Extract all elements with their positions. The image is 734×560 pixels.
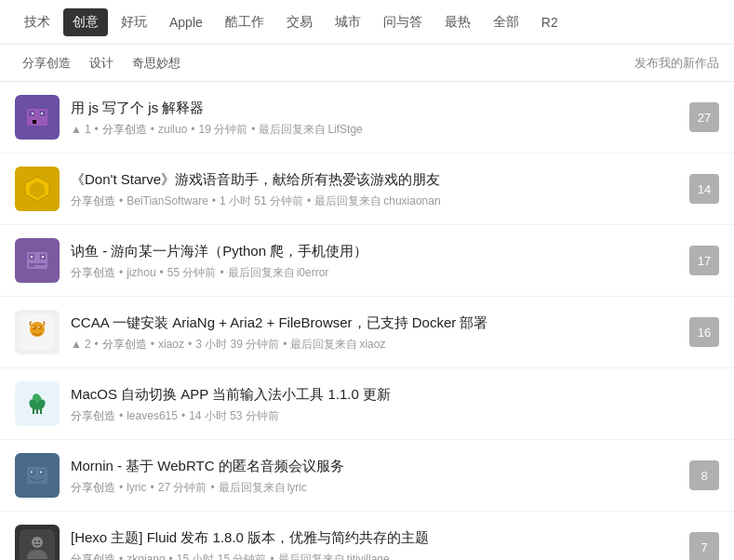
post-avatar-2 <box>15 167 60 211</box>
meta-dot: • <box>188 338 192 351</box>
post-meta-4: ▲ 2•分享创造•xiaoz•3 小时 39 分钟前•最后回复来自 xiaoz <box>71 337 678 353</box>
post-item-4: CCAA 一键安装 AriaNg + Aria2 + FileBrowser，已… <box>0 297 734 368</box>
svg-rect-8 <box>32 113 33 114</box>
sub-nav-item-2[interactable]: 奇思妙想 <box>125 51 188 75</box>
nav-item-酷工作[interactable]: 酷工作 <box>216 8 274 36</box>
post-title-5[interactable]: MacOS 自动切换 APP 当前输入法小工具 1.1.0 更新 <box>71 384 719 404</box>
post-title-7[interactable]: [Hexo 主题] Fluid 发布 1.8.0 版本，优雅与简约共存的主题 <box>71 527 678 547</box>
nav-item-技术[interactable]: 技术 <box>15 8 60 36</box>
last-reply-3: 最后回复来自 <box>228 265 295 281</box>
comment-count-4: 16 <box>689 317 719 347</box>
nav-item-全部[interactable]: 全部 <box>484 8 528 36</box>
svg-rect-9 <box>41 113 43 114</box>
last-reply-user-1[interactable]: LifStge <box>327 123 362 136</box>
nav-item-问与答[interactable]: 问与答 <box>374 8 432 36</box>
nav-item-城市[interactable]: 城市 <box>326 8 370 36</box>
post-tag-7[interactable]: 分享创造 <box>71 552 115 561</box>
meta-dot: • <box>169 553 173 560</box>
post-time-7: 15 小时 15 分钟前 <box>177 552 267 561</box>
post-author-6[interactable]: lyric <box>127 481 146 494</box>
upvote-icon: ▲ <box>71 123 82 136</box>
post-tag-6[interactable]: 分享创造 <box>71 480 115 496</box>
post-tag-1[interactable]: 分享创造 <box>102 122 147 138</box>
post-content-6: Mornin - 基于 WebRTC 的匿名音频会议服务分享创造•lyric•2… <box>71 456 678 496</box>
last-reply-1: 最后回复来自 <box>259 122 326 138</box>
post-content-4: CCAA 一键安装 AriaNg + Aria2 + FileBrowser，已… <box>71 313 678 353</box>
meta-dot: • <box>151 123 154 136</box>
post-content-3: 讷鱼 - 游向某一片海洋（Python 爬，手机使用）分享创造•jizhou•5… <box>71 241 678 281</box>
post-tag-2[interactable]: 分享创造 <box>71 193 115 209</box>
post-title-6[interactable]: Mornin - 基于 WebRTC 的匿名音频会议服务 <box>71 456 678 475</box>
post-avatar-4 <box>15 310 60 354</box>
meta-dot: • <box>151 481 154 494</box>
nav-item-好玩[interactable]: 好玩 <box>112 8 156 36</box>
nav-item-交易[interactable]: 交易 <box>277 8 322 36</box>
post-item-5: MacOS 自动切换 APP 当前输入法小工具 1.1.0 更新分享创造•lea… <box>0 368 734 440</box>
last-reply-user-2[interactable]: chuxiaonan <box>383 194 440 207</box>
post-avatar-1 <box>15 95 60 140</box>
last-reply-user-6[interactable]: lyric <box>287 481 307 494</box>
top-nav: 技术创意好玩Apple酷工作交易城市问与答最热全部R2 <box>0 0 734 45</box>
post-author-2[interactable]: BeiTianSoftware <box>127 194 208 207</box>
nav-item-Apple[interactable]: Apple <box>160 9 212 35</box>
post-meta-5: 分享创造•leaves615•14 小时 53 分钟前 <box>71 408 719 424</box>
nav-item-R2[interactable]: R2 <box>532 9 567 35</box>
nav-item-最热[interactable]: 最热 <box>435 8 480 36</box>
post-author-1[interactable]: zuiluo <box>158 123 187 136</box>
post-tag-3[interactable]: 分享创造 <box>71 265 115 281</box>
post-title-2[interactable]: 《Don't Starve》游戏语音助手，献给所有热爱该游戏的朋友 <box>71 169 678 189</box>
sub-nav-item-1[interactable]: 设计 <box>82 51 121 75</box>
svg-point-36 <box>30 470 35 475</box>
meta-dot: • <box>119 481 123 494</box>
last-reply-user-3[interactable]: i0error <box>297 266 329 279</box>
post-item-7: [Hexo 主题] Fluid 发布 1.8.0 版本，优雅与简约共存的主题分享… <box>0 512 734 560</box>
nav-item-创意[interactable]: 创意 <box>63 8 108 36</box>
publish-button[interactable]: 发布我的新作品 <box>634 55 719 72</box>
post-item-1: 用 js 写了个 js 解释器▲ 1•分享创造•zuiluo•19 分钟前•最后… <box>0 82 734 153</box>
meta-dot: • <box>191 123 194 136</box>
post-title-1[interactable]: 用 js 写了个 js 解释器 <box>71 98 678 117</box>
meta-dot: • <box>119 194 123 207</box>
upvote-4: ▲ 2 <box>71 338 91 351</box>
svg-point-41 <box>32 537 43 548</box>
post-tag-4[interactable]: 分享创造 <box>102 337 147 353</box>
last-reply-6: 最后回复来自 <box>219 480 286 496</box>
post-author-7[interactable]: zkqiang <box>127 553 165 560</box>
sub-nav-item-0[interactable]: 分享创造 <box>15 51 78 75</box>
svg-point-43 <box>38 540 40 542</box>
post-meta-6: 分享创造•lyric•27 分钟前•最后回复来自 lyric <box>71 480 678 496</box>
last-reply-user-7[interactable]: titivillage <box>347 553 390 560</box>
post-avatar-5 <box>15 381 60 426</box>
svg-rect-7 <box>40 120 44 124</box>
post-meta-2: 分享创造•BeiTianSoftware•1 小时 51 分钟前•最后回复来自 … <box>71 193 678 209</box>
svg-rect-6 <box>36 120 40 124</box>
meta-dot: • <box>251 123 255 136</box>
upvote-icon: ▲ <box>71 338 82 351</box>
post-time-2: 1 小时 51 分钟前 <box>220 193 303 209</box>
post-time-6: 27 分钟前 <box>158 480 207 496</box>
post-avatar-6 <box>15 453 60 498</box>
post-content-5: MacOS 自动切换 APP 当前输入法小工具 1.1.0 更新分享创造•lea… <box>71 384 719 424</box>
meta-dot: • <box>307 194 311 207</box>
meta-dot: • <box>119 266 123 279</box>
post-title-4[interactable]: CCAA 一键安装 AriaNg + Aria2 + FileBrowser，已… <box>71 313 678 332</box>
last-reply-user-4[interactable]: xiaoz <box>359 338 385 351</box>
post-tag-5[interactable]: 分享创造 <box>71 408 115 424</box>
svg-point-37 <box>39 470 45 475</box>
meta-dot: • <box>212 194 216 207</box>
post-item-3: 讷鱼 - 游向某一片海洋（Python 爬，手机使用）分享创造•jizhou•5… <box>0 225 734 297</box>
post-content-2: 《Don't Starve》游戏语音助手，献给所有热爱该游戏的朋友分享创造•Be… <box>71 169 678 209</box>
last-reply-2: 最后回复来自 <box>314 193 381 209</box>
post-title-3[interactable]: 讷鱼 - 游向某一片海洋（Python 爬，手机使用） <box>71 241 678 260</box>
post-time-3: 55 分钟前 <box>167 265 217 281</box>
post-author-3[interactable]: jizhou <box>127 266 155 279</box>
post-avatar-3 <box>15 238 60 283</box>
post-author-4[interactable]: xiaoz <box>158 338 184 351</box>
comment-count-7: 7 <box>689 532 719 560</box>
meta-dot: • <box>270 553 274 560</box>
post-author-5[interactable]: leaves615 <box>127 409 178 422</box>
post-item-2: 《Don't Starve》游戏语音助手，献给所有热爱该游戏的朋友分享创造•Be… <box>0 153 734 225</box>
last-reply-7: 最后回复来自 <box>278 552 345 561</box>
comment-count-1: 27 <box>689 102 719 132</box>
meta-dot: • <box>119 553 123 560</box>
